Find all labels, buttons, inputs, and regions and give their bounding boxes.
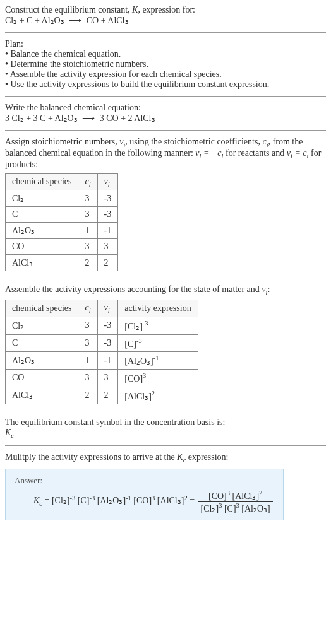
divider — [5, 130, 326, 131]
assign-text-d: for reactants and — [223, 148, 286, 158]
activity-table: chemical species ci νi activity expressi… — [5, 300, 198, 404]
answer-box: Answer: Kc = [Cl₂]-3 [C]-3 [Al₂O₃]-1 [CO… — [5, 469, 284, 520]
table-row: AlCl₃22[AlCl₃]2 — [6, 387, 198, 404]
nu-eq-neg-c: νi = −ci — [195, 148, 223, 158]
numerator: [CO]3 [AlCl₃]2 — [198, 489, 273, 502]
unbalanced-reactants: Cl₂ + C + Al₂O₃ — [5, 16, 64, 25]
divider — [5, 411, 326, 411]
multiply-text-a: Mulitply the activity expressions to arr… — [5, 452, 177, 462]
denominator: [Cl₂]3 [C]3 [Al₂O₃] — [198, 502, 273, 514]
multiply-section: Mulitply the activity expressions to arr… — [5, 452, 326, 520]
prompt-text-a: Construct the equilibrium constant, — [5, 5, 132, 15]
fraction: [CO]3 [AlCl₃]2[Cl₂]3 [C]3 [Al₂O₃] — [198, 489, 273, 513]
col-activity: activity expression — [118, 300, 198, 317]
col-ci: ci — [78, 300, 97, 317]
nu-i: νi — [119, 137, 125, 146]
divider — [5, 96, 326, 97]
ksymbol-text: The equilibrium constant symbol in the c… — [5, 418, 326, 428]
balanced-section: Write the balanced chemical equation: 3 … — [5, 103, 326, 124]
arrow-icon: ⟶ — [80, 113, 97, 123]
table-row: Cl₂3-3 — [6, 190, 118, 207]
plan-bullet-1: • Balance the chemical equation. — [5, 49, 326, 59]
c-i: ci — [262, 137, 268, 146]
prompt-text-b: , expression for: — [138, 5, 195, 15]
plan-section: Plan: • Balance the chemical equation. •… — [5, 39, 326, 90]
divider — [5, 445, 326, 446]
balanced-reactants: 3 Cl₂ + 3 C + Al₂O₃ — [5, 114, 78, 123]
plan-bullet-4: • Use the activity expressions to build … — [5, 79, 326, 90]
balanced-products: 3 CO + 2 AlCl₃ — [100, 114, 155, 123]
k-symbol: K — [132, 5, 138, 15]
balanced-header: Write the balanced chemical equation: — [5, 103, 326, 113]
table-row: CO33[CO]3 — [6, 369, 198, 387]
unbalanced-products: CO + AlCl₃ — [87, 16, 129, 25]
kc-symbol: Kc — [177, 452, 186, 462]
assemble-text-b: : — [267, 284, 270, 294]
plan-bullet-2: • Determine the stoichiometric numbers. — [5, 59, 326, 69]
table-row: Cl₂3-3[Cl₂]-3 — [6, 317, 198, 334]
table-header-row: chemical species ci νi — [6, 173, 118, 190]
table-row: CO33 — [6, 239, 118, 255]
answer-expression: Kc = [Cl₂]-3 [C]-3 [Al₂O₃]-1 [CO]3 [AlCl… — [15, 489, 274, 513]
col-ci: ci — [78, 173, 97, 190]
assign-text-b: , using the stoichiometric coefficients, — [125, 137, 262, 146]
stoich-table: chemical species ci νi Cl₂3-3 C3-3 Al₂O₃… — [5, 173, 118, 272]
col-species: chemical species — [6, 173, 78, 190]
kc-symbol: Kc — [5, 428, 14, 437]
table-header-row: chemical species ci νi activity expressi… — [6, 300, 198, 317]
answer-label: Answer: — [15, 476, 274, 486]
col-species: chemical species — [6, 300, 78, 317]
assemble-text-a: Assemble the activity expressions accoun… — [5, 284, 262, 294]
prompt-section: Construct the equilibrium constant, K, e… — [5, 5, 326, 26]
arrow-icon: ⟶ — [66, 15, 84, 25]
assemble-section: Assemble the activity expressions accoun… — [5, 284, 326, 404]
assign-text-a: Assign stoichiometric numbers, — [5, 137, 119, 146]
table-row: C3-3[C]-3 — [6, 334, 198, 352]
plan-header: Plan: — [5, 39, 326, 49]
col-nui: νi — [97, 300, 118, 317]
multiply-text-b: expression: — [186, 452, 228, 462]
divider — [5, 278, 326, 278]
assign-section: Assign stoichiometric numbers, νi, using… — [5, 137, 326, 271]
nu-eq-c: νi = ci — [287, 148, 309, 158]
table-row: AlCl₃22 — [6, 255, 118, 271]
ksymbol-section: The equilibrium constant symbol in the c… — [5, 418, 326, 439]
divider — [5, 32, 326, 33]
table-row: C3-3 — [6, 207, 118, 223]
table-row: Al₂O₃1-1[Al₂O₃]-1 — [6, 352, 198, 370]
plan-bullet-3: • Assemble the activity expression for e… — [5, 69, 326, 79]
col-nui: νi — [97, 173, 118, 190]
table-row: Al₂O₃1-1 — [6, 223, 118, 239]
